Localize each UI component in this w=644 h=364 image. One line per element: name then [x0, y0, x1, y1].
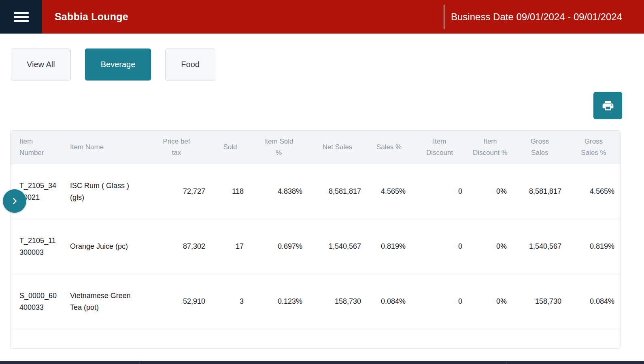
filter-food-button[interactable]: Food [165, 49, 215, 80]
expand-row-button[interactable] [3, 189, 26, 213]
printer-icon [601, 99, 615, 112]
cell-gross-sales-pct [567, 329, 620, 349]
cell-item-discount [411, 329, 468, 349]
filter-view-all-button[interactable]: View All [11, 49, 71, 80]
cell-gross-sales: 1,540,567 [512, 219, 567, 274]
cell-gross-sales [512, 329, 567, 349]
column-header-item-name: Item Name [65, 131, 142, 164]
cell-item-discount-pct [468, 329, 512, 349]
cell-price-bef-tax: 72,727 [142, 164, 211, 219]
cell-sales-pct: 0.084% [367, 274, 411, 329]
bottom-bar-divider [506, 361, 506, 364]
cell-item-discount-pct: 0% [468, 274, 512, 329]
cell-gross-sales-pct: 4.565% [567, 164, 620, 219]
column-header-gross-sales-pct: Gross Sales % [567, 131, 620, 164]
cell-item-name: ISC Rum ( Glass ) (gls) [65, 164, 142, 219]
table-header-row: Item Number Item Name Price bef tax Sold… [11, 131, 620, 164]
bottom-bar [0, 361, 644, 364]
items-sales-table: Item Number Item Name Price bef tax Sold… [10, 130, 621, 349]
column-header-item-discount-pct: Item Discount % [468, 131, 512, 164]
cell-item-sold-pct: 0.697% [249, 219, 308, 274]
column-header-net-sales: Net Sales [308, 131, 367, 164]
page-title: Sabbia Lounge [55, 11, 128, 23]
cell-net-sales [308, 329, 367, 349]
chevron-right-icon [10, 197, 19, 205]
cell-gross-sales-pct: 0.819% [567, 219, 620, 274]
business-date-label: Business Date 09/01/2024 - 09/01/2024 [451, 11, 622, 23]
cell-net-sales: 8,581,817 [308, 164, 367, 219]
cell-item-name: Fresh Watermelon [65, 329, 142, 349]
appbar-right-section: Business Date 09/01/2024 - 09/01/2024 [444, 5, 644, 29]
cell-sold [211, 329, 249, 349]
cell-net-sales: 1,540,567 [308, 219, 367, 274]
cell-item-discount: 0 [411, 219, 468, 274]
cell-item-name: Vietnamese Green Tea (pot) [65, 274, 142, 329]
cell-sales-pct: 4.565% [367, 164, 411, 219]
date-divider [444, 5, 444, 29]
cell-gross-sales-pct: 0.084% [567, 274, 620, 329]
cell-gross-sales: 158,730 [512, 274, 567, 329]
cell-item-sold-pct [249, 329, 308, 349]
cell-item-number: S_0000_60 400033 [11, 274, 65, 329]
table-row-clipped[interactable]: T_2105_11 Fresh Watermelon [11, 329, 620, 349]
cell-item-number: T_2105_11 [11, 329, 65, 349]
filter-beverage-button[interactable]: Beverage [85, 49, 151, 80]
column-header-price-bef-tax: Price bef tax [142, 131, 211, 164]
hamburger-icon [14, 12, 29, 22]
menu-button[interactable] [0, 0, 42, 34]
cell-item-discount: 0 [411, 164, 468, 219]
cell-item-discount: 0 [411, 274, 468, 329]
bottom-bar-divider [140, 361, 140, 364]
print-button[interactable] [593, 92, 622, 119]
cell-item-sold-pct: 0.123% [249, 274, 308, 329]
cell-price-bef-tax: 87,302 [142, 219, 211, 274]
cell-item-name: Orange Juice (pc) [65, 219, 142, 274]
cell-sold: 3 [211, 274, 249, 329]
column-header-sold: Sold [211, 131, 249, 164]
category-filter-group: View All Beverage Food [11, 49, 215, 80]
column-header-item-discount: Item Discount [411, 131, 468, 164]
cell-price-bef-tax: 52,910 [142, 274, 211, 329]
cell-item-discount-pct: 0% [468, 219, 512, 274]
app-header: Sabbia Lounge Business Date 09/01/2024 -… [0, 0, 644, 34]
table-row[interactable]: T_2105_34 00021 ISC Rum ( Glass ) (gls) … [11, 164, 620, 219]
table-row[interactable]: S_0000_60 400033 Vietnamese Green Tea (p… [11, 274, 620, 329]
cell-net-sales: 158,730 [308, 274, 367, 329]
cell-gross-sales: 8,581,817 [512, 164, 567, 219]
cell-sales-pct: 0.819% [367, 219, 411, 274]
table-row[interactable]: T_2105_11 300003 Orange Juice (pc) 87,30… [11, 219, 620, 274]
cell-item-discount-pct: 0% [468, 164, 512, 219]
cell-sales-pct [367, 329, 411, 349]
cell-item-sold-pct: 4.838% [249, 164, 308, 219]
column-header-sales-pct: Sales % [367, 131, 411, 164]
column-header-item-number: Item Number [11, 131, 65, 164]
cell-sold: 118 [211, 164, 249, 219]
cell-item-number: T_2105_11 300003 [11, 219, 65, 274]
column-header-item-sold-pct: Item Sold % [249, 131, 308, 164]
cell-sold: 17 [211, 219, 249, 274]
cell-price-bef-tax [142, 329, 211, 349]
column-header-gross-sales: Gross Sales [512, 131, 567, 164]
